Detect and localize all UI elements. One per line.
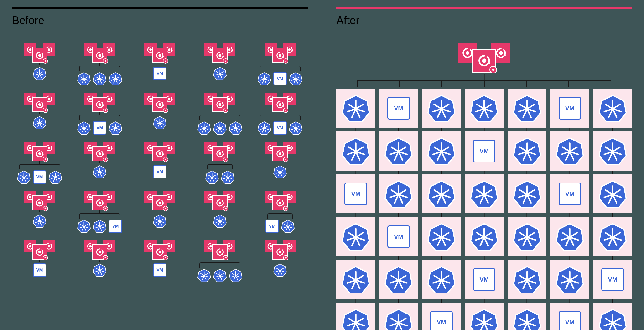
consul-cluster: ★ VM: [72, 191, 127, 233]
star-icon: ★: [223, 255, 228, 260]
workload-tile: VM: [465, 132, 504, 170]
consul-cluster: ★: [192, 142, 248, 184]
kubernetes-icon: [281, 219, 294, 233]
kubernetes-icon: [470, 223, 498, 251]
workload-tile: [593, 132, 632, 170]
consul-icon: ★: [212, 244, 228, 260]
workload-tile: VM: [379, 217, 418, 256]
star-icon: ★: [43, 59, 48, 64]
kubernetes-icon: [109, 121, 122, 135]
kubernetes-icon: [77, 72, 91, 85]
workload-tile: [379, 303, 418, 330]
consul-icon: ★: [92, 48, 107, 63]
workload-tile: [508, 132, 546, 170]
consul-server-trio: ★: [204, 93, 236, 114]
workload-tile: [379, 174, 418, 213]
consul-cluster: ★: [132, 191, 188, 233]
consul-cluster: ★ VM: [132, 240, 188, 282]
consul-server-trio: ★: [204, 44, 236, 65]
workload-tile: VM: [593, 260, 632, 299]
kubernetes-icon: [342, 265, 370, 294]
kubernetes-icon: [342, 308, 370, 330]
consul-cluster: ★ VM: [132, 44, 188, 85]
vm-icon: VM: [33, 263, 46, 277]
kubernetes-icon: [342, 137, 370, 165]
star-icon: ★: [103, 108, 108, 113]
consul-cluster: ★: [252, 142, 308, 184]
kubernetes-icon: [33, 214, 46, 228]
consul-icon: ★: [212, 146, 228, 161]
workload-row: VM: [258, 121, 302, 135]
kubernetes-icon: [428, 137, 456, 165]
workload-tile: [379, 132, 418, 170]
workload-tile: [336, 217, 375, 256]
consul-icon: ★: [32, 244, 47, 260]
vm-icon: VM: [153, 165, 166, 178]
consul-icon: ★: [92, 97, 107, 112]
kubernetes-icon: [93, 263, 106, 277]
star-icon: ★: [283, 255, 288, 260]
consul-server-trio: ★: [144, 44, 175, 65]
workload-tile: VM: [422, 303, 461, 330]
consul-server-trio: ★: [204, 240, 236, 261]
consul-icon: ★: [472, 49, 496, 73]
star-icon: ★: [163, 59, 168, 64]
consul-cluster: ★: [12, 191, 67, 233]
kubernetes-icon: [93, 219, 106, 233]
consul-icon: ★: [92, 146, 107, 161]
workload-row: [33, 67, 46, 80]
consul-cluster: ★ VM: [72, 93, 127, 135]
star-icon: ★: [43, 157, 48, 162]
vm-icon: VM: [387, 225, 410, 248]
workload-tile: VM: [550, 303, 589, 330]
star-icon: ★: [163, 108, 168, 113]
consul-icon: ★: [92, 244, 107, 260]
consul-cluster: ★: [252, 240, 308, 282]
consul-icon: ★: [272, 97, 288, 112]
kubernetes-icon: [342, 94, 370, 122]
kubernetes-icon: [599, 94, 627, 122]
workload-tile: [422, 89, 461, 128]
kubernetes-icon: [470, 94, 498, 122]
vm-icon: VM: [93, 121, 106, 135]
kubernetes-icon: [556, 137, 584, 165]
kubernetes-icon: [384, 180, 413, 208]
workload-row: [93, 263, 106, 277]
workload-tile: [593, 303, 632, 330]
star-icon: ★: [163, 255, 168, 260]
star-icon: ★: [43, 108, 48, 113]
kubernetes-icon: [221, 170, 234, 184]
vm-icon: VM: [387, 97, 410, 120]
workload-tile: VM: [550, 174, 589, 213]
consul-cluster: ★: [12, 93, 67, 135]
kubernetes-icon: [33, 116, 46, 129]
workload-row: VM: [17, 170, 62, 184]
consul-icon: ★: [212, 97, 228, 112]
consul-server-trio: ★: [204, 191, 236, 212]
consul-server-trio: ★: [24, 142, 55, 163]
kubernetes-icon: [229, 121, 242, 135]
after-rule: [336, 7, 632, 9]
star-icon: ★: [103, 255, 108, 260]
star-icon: ★: [163, 157, 168, 162]
kubernetes-icon: [213, 214, 226, 228]
kubernetes-icon: [213, 67, 226, 80]
kubernetes-icon: [49, 170, 62, 184]
consul-cluster: ★: [12, 44, 67, 85]
workload-row: [153, 214, 166, 228]
fanout-connector: [336, 79, 632, 89]
kubernetes-icon: [93, 72, 106, 85]
kubernetes-icon: [599, 180, 627, 208]
workload-tile: [593, 89, 632, 128]
consul-server-trio: ★: [24, 240, 55, 261]
consul-cluster: ★ VM: [252, 44, 308, 85]
workload-tile: [593, 174, 632, 213]
consul-server-trio: ★: [264, 44, 296, 65]
workload-row: [33, 214, 46, 228]
star-icon: ★: [223, 59, 228, 64]
kubernetes-icon: [428, 265, 456, 294]
star-icon: ★: [223, 157, 228, 162]
consul-server-trio: ★: [264, 142, 296, 163]
kubernetes-icon: [153, 116, 166, 129]
workload-tile: VM: [379, 89, 418, 128]
